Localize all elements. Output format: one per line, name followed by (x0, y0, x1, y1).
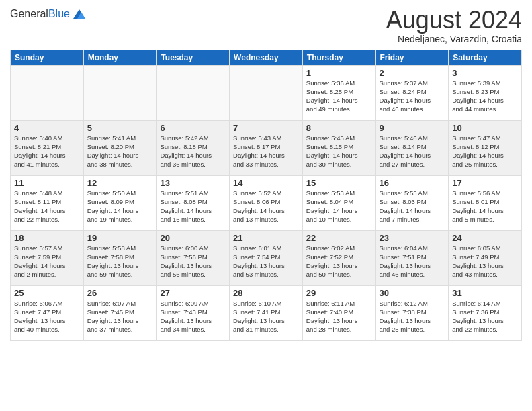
calendar-cell: 26Sunrise: 6:07 AM Sunset: 7:45 PM Dayli… (83, 285, 157, 340)
calendar-cell: 13Sunrise: 5:51 AM Sunset: 8:08 PM Dayli… (157, 175, 230, 230)
day-info: Sunrise: 6:14 AM Sunset: 7:36 PM Dayligh… (452, 299, 518, 334)
day-info: Sunrise: 5:45 AM Sunset: 8:15 PM Dayligh… (306, 134, 372, 169)
day-info: Sunrise: 6:09 AM Sunset: 7:43 PM Dayligh… (160, 299, 226, 334)
day-info: Sunrise: 6:04 AM Sunset: 7:51 PM Dayligh… (380, 244, 445, 279)
day-number: 15 (306, 178, 372, 188)
calendar-cell: 23Sunrise: 6:04 AM Sunset: 7:51 PM Dayli… (375, 230, 449, 285)
calendar-cell: 4Sunrise: 5:40 AM Sunset: 8:21 PM Daylig… (11, 120, 84, 175)
day-info: Sunrise: 5:55 AM Sunset: 8:03 PM Dayligh… (380, 189, 445, 224)
day-info: Sunrise: 6:07 AM Sunset: 7:45 PM Dayligh… (87, 299, 153, 334)
col-friday: Friday (375, 50, 449, 65)
calendar-cell: 9Sunrise: 5:46 AM Sunset: 8:14 PM Daylig… (375, 120, 449, 175)
day-info: Sunrise: 6:12 AM Sunset: 7:38 PM Dayligh… (380, 299, 445, 334)
day-info: Sunrise: 5:47 AM Sunset: 8:12 PM Dayligh… (452, 134, 518, 169)
calendar-table: Sunday Monday Tuesday Wednesday Thursday… (10, 50, 522, 341)
day-number: 22 (306, 233, 372, 243)
day-info: Sunrise: 5:39 AM Sunset: 8:23 PM Dayligh… (452, 79, 518, 114)
day-info: Sunrise: 5:40 AM Sunset: 8:21 PM Dayligh… (14, 134, 80, 169)
logo-general-text: General (10, 8, 48, 19)
calendar-cell (230, 65, 303, 120)
day-number: 18 (14, 233, 80, 243)
calendar-cell: 11Sunrise: 5:48 AM Sunset: 8:11 PM Dayli… (11, 175, 84, 230)
day-info: Sunrise: 6:00 AM Sunset: 7:56 PM Dayligh… (160, 244, 226, 279)
day-number: 13 (160, 178, 226, 188)
page-container: GeneralBlue August 2024 Nedeljanec, Vara… (0, 0, 532, 411)
logo: GeneralBlue (10, 7, 87, 21)
day-number: 3 (452, 68, 518, 78)
day-number: 25 (14, 288, 80, 298)
calendar-header-row: Sunday Monday Tuesday Wednesday Thursday… (11, 50, 522, 65)
day-number: 10 (452, 123, 518, 133)
day-number: 12 (87, 178, 153, 188)
calendar-cell: 17Sunrise: 5:56 AM Sunset: 8:01 PM Dayli… (449, 175, 522, 230)
day-number: 8 (306, 123, 372, 133)
day-info: Sunrise: 5:36 AM Sunset: 8:25 PM Dayligh… (306, 79, 372, 114)
calendar-cell: 27Sunrise: 6:09 AM Sunset: 7:43 PM Dayli… (157, 285, 230, 340)
calendar-cell: 29Sunrise: 6:11 AM Sunset: 7:40 PM Dayli… (302, 285, 375, 340)
day-info: Sunrise: 5:50 AM Sunset: 8:09 PM Dayligh… (87, 189, 153, 224)
calendar-cell: 1Sunrise: 5:36 AM Sunset: 8:25 PM Daylig… (302, 65, 375, 120)
calendar-cell: 2Sunrise: 5:37 AM Sunset: 8:24 PM Daylig… (375, 65, 449, 120)
day-number: 9 (380, 123, 445, 133)
calendar-week-row: 4Sunrise: 5:40 AM Sunset: 8:21 PM Daylig… (11, 120, 522, 175)
calendar-cell: 18Sunrise: 5:57 AM Sunset: 7:59 PM Dayli… (11, 230, 84, 285)
calendar-cell: 21Sunrise: 6:01 AM Sunset: 7:54 PM Dayli… (230, 230, 303, 285)
page-header: GeneralBlue August 2024 Nedeljanec, Vara… (10, 7, 522, 44)
calendar-cell: 14Sunrise: 5:52 AM Sunset: 8:06 PM Dayli… (230, 175, 303, 230)
calendar-cell: 22Sunrise: 6:02 AM Sunset: 7:52 PM Dayli… (302, 230, 375, 285)
calendar-cell: 28Sunrise: 6:10 AM Sunset: 7:41 PM Dayli… (230, 285, 303, 340)
calendar-cell: 20Sunrise: 6:00 AM Sunset: 7:56 PM Dayli… (157, 230, 230, 285)
day-info: Sunrise: 6:01 AM Sunset: 7:54 PM Dayligh… (233, 244, 299, 279)
day-info: Sunrise: 6:05 AM Sunset: 7:49 PM Dayligh… (452, 244, 518, 279)
calendar-cell: 30Sunrise: 6:12 AM Sunset: 7:38 PM Dayli… (375, 285, 449, 340)
calendar-cell: 15Sunrise: 5:53 AM Sunset: 8:04 PM Dayli… (302, 175, 375, 230)
day-number: 5 (87, 123, 153, 133)
day-info: Sunrise: 5:58 AM Sunset: 7:58 PM Dayligh… (87, 244, 153, 279)
logo-text: GeneralBlue (10, 7, 87, 21)
day-info: Sunrise: 5:52 AM Sunset: 8:06 PM Dayligh… (233, 189, 299, 224)
day-number: 27 (160, 288, 226, 298)
day-number: 30 (380, 288, 445, 298)
calendar-cell (11, 65, 84, 120)
calendar-cell: 7Sunrise: 5:43 AM Sunset: 8:17 PM Daylig… (230, 120, 303, 175)
day-info: Sunrise: 5:57 AM Sunset: 7:59 PM Dayligh… (14, 244, 80, 279)
calendar-week-row: 11Sunrise: 5:48 AM Sunset: 8:11 PM Dayli… (11, 175, 522, 230)
day-number: 29 (306, 288, 372, 298)
day-number: 1 (306, 68, 372, 78)
calendar-cell: 6Sunrise: 5:42 AM Sunset: 8:18 PM Daylig… (157, 120, 230, 175)
calendar-cell: 12Sunrise: 5:50 AM Sunset: 8:09 PM Dayli… (83, 175, 157, 230)
day-number: 17 (452, 178, 518, 188)
day-info: Sunrise: 5:51 AM Sunset: 8:08 PM Dayligh… (160, 189, 226, 224)
day-number: 20 (160, 233, 226, 243)
calendar-cell: 25Sunrise: 6:06 AM Sunset: 7:47 PM Dayli… (11, 285, 84, 340)
calendar-cell: 19Sunrise: 5:58 AM Sunset: 7:58 PM Dayli… (83, 230, 157, 285)
calendar-cell (157, 65, 230, 120)
calendar-cell: 16Sunrise: 5:55 AM Sunset: 8:03 PM Dayli… (375, 175, 449, 230)
calendar-cell: 31Sunrise: 6:14 AM Sunset: 7:36 PM Dayli… (449, 285, 522, 340)
calendar-cell: 10Sunrise: 5:47 AM Sunset: 8:12 PM Dayli… (449, 120, 522, 175)
day-number: 11 (14, 178, 80, 188)
day-number: 4 (14, 123, 80, 133)
logo-blue-text: Blue (48, 8, 70, 19)
title-block: August 2024 Nedeljanec, Varazdin, Croati… (386, 7, 522, 44)
calendar-week-row: 1Sunrise: 5:36 AM Sunset: 8:25 PM Daylig… (11, 65, 522, 120)
day-info: Sunrise: 5:37 AM Sunset: 8:24 PM Dayligh… (380, 79, 445, 114)
day-number: 14 (233, 178, 299, 188)
calendar-week-row: 18Sunrise: 5:57 AM Sunset: 7:59 PM Dayli… (11, 230, 522, 285)
day-info: Sunrise: 5:46 AM Sunset: 8:14 PM Dayligh… (380, 134, 445, 169)
calendar-cell (83, 65, 157, 120)
col-monday: Monday (83, 50, 157, 65)
day-info: Sunrise: 5:42 AM Sunset: 8:18 PM Dayligh… (160, 134, 226, 169)
month-year-title: August 2024 (386, 7, 522, 34)
day-number: 24 (452, 233, 518, 243)
day-info: Sunrise: 6:10 AM Sunset: 7:41 PM Dayligh… (233, 299, 299, 334)
calendar-cell: 8Sunrise: 5:45 AM Sunset: 8:15 PM Daylig… (302, 120, 375, 175)
day-info: Sunrise: 6:11 AM Sunset: 7:40 PM Dayligh… (306, 299, 372, 334)
logo-icon (72, 7, 87, 21)
day-number: 7 (233, 123, 299, 133)
day-info: Sunrise: 5:43 AM Sunset: 8:17 PM Dayligh… (233, 134, 299, 169)
day-number: 2 (380, 68, 445, 78)
calendar-cell: 3Sunrise: 5:39 AM Sunset: 8:23 PM Daylig… (449, 65, 522, 120)
col-thursday: Thursday (302, 50, 375, 65)
calendar-cell: 5Sunrise: 5:41 AM Sunset: 8:20 PM Daylig… (83, 120, 157, 175)
